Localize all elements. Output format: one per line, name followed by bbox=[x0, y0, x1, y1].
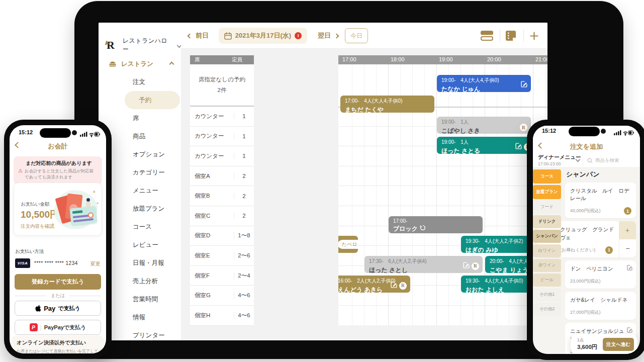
search-input[interactable]: 商品を検索 bbox=[587, 156, 636, 165]
tab-コース[interactable]: コース bbox=[533, 169, 561, 184]
table-row[interactable]: 個室F2〜4 bbox=[190, 266, 254, 286]
menu-select[interactable]: ディナーメニュー 17:00-23:00 bbox=[538, 154, 581, 166]
paypay-button[interactable]: P | PayPayで支払う bbox=[15, 320, 101, 335]
payment-illustration: + + ● bbox=[51, 187, 100, 232]
sidebar-item-注文[interactable]: 注文 bbox=[125, 73, 180, 91]
tab-ビール[interactable]: ビール bbox=[533, 274, 561, 287]
current-date: 2021年3月17日(水) bbox=[235, 31, 291, 40]
seat-table-header: 席 定員 bbox=[190, 55, 254, 64]
sidebar-item-売上分析[interactable]: 売上分析 bbox=[125, 272, 180, 290]
sidebar-item-オプション[interactable]: オプション bbox=[125, 145, 180, 163]
today-button[interactable]: 今日 bbox=[345, 28, 368, 43]
tab-放題プラン[interactable]: 放題プラン bbox=[533, 185, 561, 199]
event-time-party: 19:00- 1人 bbox=[441, 119, 526, 126]
chevron-up-icon bbox=[169, 62, 174, 67]
event-guest-name: まちだ たくや bbox=[345, 106, 430, 113]
product-name: ガヤ&レイ シャルドネ bbox=[570, 296, 631, 304]
seat-name: 個室G bbox=[190, 292, 234, 299]
org-switcher[interactable]: R レストランハロー bbox=[107, 37, 181, 54]
tab-白ワイン[interactable]: 白ワイン bbox=[533, 244, 561, 257]
sidebar-item-プリンター[interactable]: プリンター bbox=[125, 326, 180, 340]
status-time: 15:12 bbox=[19, 129, 33, 135]
product-name: クリスタル ルイ ロデレール bbox=[570, 187, 631, 202]
edit-icon[interactable] bbox=[627, 263, 632, 273]
sidebar-section-restaurant[interactable]: レストラン bbox=[109, 60, 173, 68]
edit-icon[interactable] bbox=[521, 80, 527, 89]
reservation-event[interactable]: 17:00-ブロック bbox=[389, 216, 483, 233]
table-row[interactable]: 個室B2 bbox=[190, 186, 254, 206]
event-icons bbox=[420, 225, 426, 232]
table-row[interactable]: カウンター1 bbox=[190, 127, 254, 147]
tab-フード[interactable]: フード bbox=[533, 201, 561, 214]
notes-icon[interactable] bbox=[505, 30, 516, 43]
decrement-button[interactable]: − bbox=[619, 239, 636, 257]
reservation-event[interactable]: たべログ bbox=[338, 236, 358, 253]
reservation-source-icon: R bbox=[520, 124, 527, 131]
product-card[interactable]: クリスタル ルイ ロデレール40,000円(税込)1 bbox=[565, 183, 636, 218]
hour-label: 19:00 bbox=[439, 56, 453, 62]
reservation-event[interactable]: 17:30- 6人(大人2,子供4)ほった さとしR bbox=[364, 256, 483, 273]
section-title: シャンパン bbox=[566, 170, 636, 179]
increment-button[interactable]: + bbox=[619, 221, 636, 239]
alert-title: まだ対応前の商品があります bbox=[18, 160, 98, 167]
divider bbox=[583, 155, 583, 166]
sidebar-item-放題プラン[interactable]: 放題プラン bbox=[125, 200, 180, 218]
tablet-header: 前日 2021年3月17日(水) ! 翌日 今日 bbox=[181, 23, 547, 49]
pay-with-card-button[interactable]: 登録カードで支払う bbox=[15, 274, 101, 290]
table-row[interactable]: カウンター1 bbox=[190, 107, 254, 127]
table-row[interactable]: 個室E2〜6 bbox=[190, 246, 254, 266]
sidebar-item-メニュー[interactable]: メニュー bbox=[125, 182, 180, 200]
event-guest-name: こばやし さき bbox=[441, 127, 526, 134]
table-row[interactable]: 個室A2 bbox=[190, 166, 254, 187]
cards-view-icon[interactable] bbox=[480, 30, 494, 43]
product-card[interactable]: ドン ペリニヨン23,000円(税込) bbox=[565, 260, 636, 289]
sidebar-item-予約[interactable]: 予約 bbox=[125, 91, 180, 109]
tab-ドリンク[interactable]: ドリンク bbox=[533, 215, 561, 228]
tab-赤ワイン[interactable]: 赤ワイン bbox=[533, 259, 561, 272]
table-row[interactable]: カウンター1 bbox=[190, 146, 254, 166]
edit-icon[interactable] bbox=[391, 281, 397, 290]
hour-label: 18:00 bbox=[391, 56, 405, 62]
reservation-event[interactable]: 19:00- 1人こばやし さきR bbox=[437, 117, 531, 134]
apple-pay-button[interactable]: Pay で支払う bbox=[15, 301, 101, 316]
tab-その他1[interactable]: その他1 bbox=[533, 288, 561, 301]
payment-screen: 15:12 お会計 まだ対応前の商品があります ⚠ お会計すると注文した商品が対… bbox=[10, 125, 106, 353]
sidebar-item-営業時間[interactable]: 営業時間 bbox=[125, 290, 180, 308]
offline-payment-section: オンライン決済以外で支払い お席またはレジにて直接お支払いを完了してください 店… bbox=[12, 335, 104, 353]
sidebar-item-商品[interactable]: 商品 bbox=[125, 127, 180, 145]
item-count: 1点 bbox=[577, 337, 584, 343]
timeline-grid[interactable]: 19:00- 4人(大人4,子供0)たなか じゅん18:00-ブロック17:00… bbox=[338, 64, 547, 325]
table-row[interactable]: 個室H4〜6 bbox=[190, 306, 254, 326]
order-detail-link[interactable]: 注文内容を確認 bbox=[21, 223, 54, 230]
table-row[interactable]: 個室G4〜6 bbox=[190, 286, 254, 306]
offline-desc: お席またはレジにて直接お支払いを完了してください bbox=[17, 348, 99, 353]
reservation-event[interactable]: 19:00- 4人(大人4,子供0)たなか じゅん bbox=[437, 75, 531, 92]
edit-icon[interactable] bbox=[515, 142, 522, 151]
alert-badge: ! bbox=[295, 32, 302, 39]
sidebar-item-カテゴリー[interactable]: カテゴリー bbox=[125, 163, 180, 182]
date-picker[interactable]: 2021年3月17日(水) ! bbox=[219, 28, 307, 44]
seat-name: 個室A bbox=[190, 172, 234, 180]
table-row[interactable]: 個室C2 bbox=[190, 206, 254, 226]
add-icon[interactable] bbox=[530, 32, 538, 42]
tab-その他2[interactable]: その他2 bbox=[533, 303, 561, 316]
seat-capacity: 1 bbox=[234, 153, 254, 159]
sidebar-item-情報[interactable]: 情報 bbox=[125, 308, 180, 326]
reservation-event[interactable]: 17:00- 4人(大人4,子供0)まちだ たくや bbox=[340, 96, 434, 113]
unassigned-reservations-cell[interactable]: 席指定なしの予約 2件 bbox=[190, 64, 254, 107]
edit-icon[interactable] bbox=[463, 261, 470, 270]
paypay-label: PayPayで支払う bbox=[44, 324, 86, 331]
sidebar-item-席[interactable]: 席 bbox=[125, 109, 180, 127]
product-card[interactable]: ガヤ&レイ シャルドネ27,000円(税込) bbox=[565, 292, 636, 320]
prev-day-button[interactable]: 前日 bbox=[188, 23, 209, 49]
sidebar-item-日報・月報[interactable]: 日報・月報 bbox=[125, 254, 180, 272]
proceed-order-button[interactable]: 注文へ進む bbox=[603, 338, 634, 351]
tab-シャンパン[interactable]: シャンパン bbox=[533, 230, 561, 243]
reservation-event[interactable]: 16:00- 2人(大人2,子供0)えんどう あきらR bbox=[338, 276, 410, 293]
sidebar-item-コース[interactable]: コース bbox=[125, 218, 180, 236]
sidebar-item-レビュー[interactable]: レビュー bbox=[125, 236, 180, 254]
change-card-link[interactable]: 変更 bbox=[90, 260, 101, 267]
next-day-button[interactable]: 翌日 bbox=[318, 23, 338, 49]
table-row[interactable]: 個室D1〜8 bbox=[190, 226, 254, 246]
reservation-event[interactable]: 19:00- 1人ほった さとるR bbox=[437, 137, 535, 154]
